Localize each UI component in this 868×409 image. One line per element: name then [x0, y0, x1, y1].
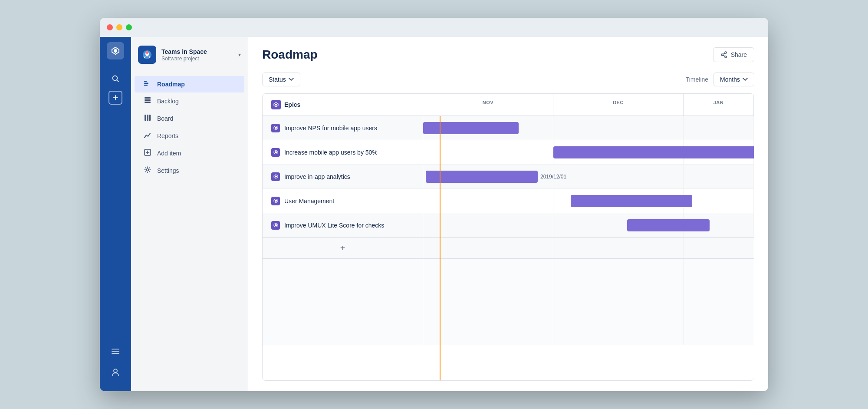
gantt-bar[interactable]: [627, 219, 710, 231]
epic-icon: [271, 172, 280, 181]
create-button[interactable]: [108, 91, 122, 105]
epic-name: User Management: [284, 198, 334, 204]
status-dropdown[interactable]: Status: [262, 73, 300, 86]
sidebar-label-reports: Reports: [157, 132, 178, 139]
month-nov: NOV: [423, 94, 553, 115]
app-layout: Teams in Space Software project ▾ Roadma…: [100, 37, 768, 391]
epic-icon: [271, 124, 280, 132]
svg-rect-21: [145, 115, 146, 121]
table-row: Increase mobile app users by 50%: [263, 140, 754, 165]
project-type: Software project: [161, 56, 233, 62]
settings-icon: [143, 166, 152, 175]
timeline-header: NOV DEC JAN: [423, 94, 754, 115]
backlog-icon: [143, 97, 152, 106]
row-timeline: [423, 213, 754, 237]
toolbar: Status Timeline Months: [248, 69, 768, 93]
maximize-button[interactable]: [126, 24, 132, 30]
row-label: Improve UMUX Lite Score for checks: [263, 213, 423, 237]
months-dropdown[interactable]: Months: [713, 73, 754, 86]
status-label: Status: [269, 76, 286, 83]
row-label: Increase mobile app users by 50%: [263, 140, 423, 164]
svg-rect-16: [144, 83, 148, 84]
app-logo[interactable]: [107, 42, 124, 59]
share-label: Share: [731, 51, 747, 58]
svg-point-29: [721, 54, 723, 56]
epic-icon: [271, 197, 280, 205]
sidebar-nav: Roadmap Backlog: [131, 73, 248, 183]
sidebar-item-add-item[interactable]: Add item: [135, 145, 244, 162]
row-timeline: [423, 189, 754, 213]
sidebar-item-reports[interactable]: Reports: [135, 127, 244, 145]
main-content: Roadmap Share Status: [248, 37, 768, 391]
svg-point-30: [725, 56, 727, 58]
svg-point-9: [114, 369, 117, 373]
sidebar-label-board: Board: [157, 115, 173, 122]
app-window: Teams in Space Software project ▾ Roadma…: [100, 18, 768, 391]
gantt-bar[interactable]: [426, 171, 538, 183]
row-timeline: 2019/12/01: [423, 165, 754, 188]
svg-rect-18: [145, 97, 151, 99]
sidebar-item-settings[interactable]: Settings: [135, 162, 244, 179]
add-icon: +: [340, 243, 345, 253]
roadmap-rows: Improve NPS for mobile app users: [263, 116, 754, 380]
gantt-bar[interactable]: [423, 122, 519, 134]
roadmap-icon: [143, 80, 152, 88]
page-title: Roadmap: [262, 48, 318, 62]
project-info: Teams in Space Software project: [161, 48, 233, 62]
svg-point-28: [725, 52, 727, 53]
sidebar-label-backlog: Backlog: [157, 98, 179, 105]
svg-rect-20: [145, 102, 151, 103]
svg-rect-23: [149, 115, 151, 121]
sidebar-item-roadmap[interactable]: Roadmap: [135, 76, 244, 92]
add-item-button[interactable]: +: [263, 238, 423, 258]
row-timeline: [423, 116, 754, 140]
svg-marker-40: [275, 175, 277, 178]
project-header[interactable]: Teams in Space Software project ▾: [131, 37, 248, 73]
epic-name: Improve in-app analytics: [284, 173, 350, 180]
svg-point-27: [147, 169, 149, 171]
chevron-down-icon: ▾: [238, 52, 241, 58]
empty-section: [263, 258, 754, 345]
sidebar-item-board[interactable]: Board: [135, 110, 244, 127]
epic-name: Improve UMUX Lite Score for checks: [284, 222, 384, 229]
svg-line-3: [117, 80, 118, 82]
sidebar-label-add-item: Add item: [157, 150, 181, 157]
epic-icon: [271, 221, 280, 230]
share-button[interactable]: Share: [713, 47, 754, 62]
sidebar-item-backlog[interactable]: Backlog: [135, 92, 244, 110]
svg-marker-34: [275, 104, 277, 106]
svg-marker-44: [275, 224, 277, 226]
roadmap-header: Epics NOV DEC JAN: [263, 94, 754, 116]
roadmap-table: Epics NOV DEC JAN: [262, 93, 754, 381]
minimize-button[interactable]: [116, 24, 122, 30]
reports-icon: [143, 132, 152, 140]
epic-icon: [271, 148, 280, 157]
project-name: Teams in Space: [161, 48, 233, 56]
svg-marker-36: [275, 127, 277, 129]
page-header: Roadmap Share: [248, 37, 768, 69]
svg-line-32: [723, 55, 725, 56]
add-item-icon: [143, 149, 152, 158]
close-button[interactable]: [107, 24, 113, 30]
row-label: Improve NPS for mobile app users: [263, 116, 423, 140]
titlebar: [100, 18, 768, 37]
icon-bar: [100, 37, 131, 391]
svg-marker-38: [275, 151, 277, 153]
board-icon: [143, 114, 152, 123]
user-icon[interactable]: [107, 363, 124, 381]
gantt-bar[interactable]: [571, 195, 692, 207]
gantt-bar[interactable]: [553, 146, 754, 158]
epic-name: Improve NPS for mobile app users: [284, 125, 377, 132]
month-jan: JAN: [684, 94, 754, 115]
menu-icon[interactable]: [107, 343, 124, 360]
table-row: Improve in-app analytics 2019/12/01: [263, 165, 754, 189]
sidebar: Teams in Space Software project ▾ Roadma…: [131, 37, 248, 391]
roadmap-container: Epics NOV DEC JAN: [248, 93, 768, 391]
search-icon[interactable]: [107, 70, 124, 87]
table-row: Improve NPS for mobile app users: [263, 116, 754, 140]
project-avatar: [138, 46, 156, 64]
table-row: User Management: [263, 189, 754, 213]
svg-point-12: [146, 51, 148, 54]
svg-marker-42: [275, 200, 277, 202]
add-row: +: [263, 237, 754, 258]
